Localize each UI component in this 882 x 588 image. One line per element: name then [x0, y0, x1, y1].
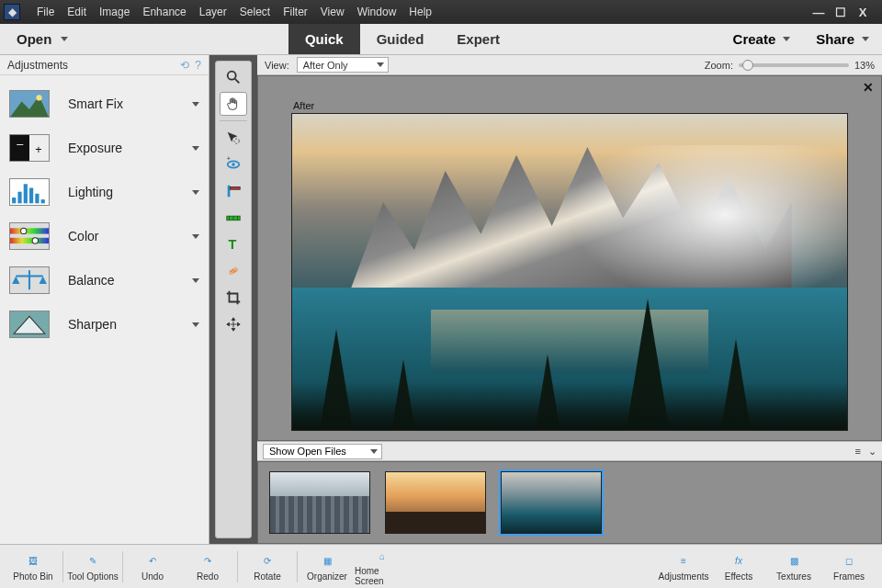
view-label: View:: [265, 60, 289, 71]
app-icon: ◆: [0, 0, 24, 24]
help-icon[interactable]: ?: [195, 59, 201, 72]
sharpen-icon: [9, 311, 50, 338]
viewbar: View: After Only Zoom: 13%: [257, 55, 882, 75]
minimize-button[interactable]: —: [812, 6, 825, 19]
share-button[interactable]: Share: [803, 31, 882, 47]
zoom-slider[interactable]: [739, 63, 849, 67]
open-label: Open: [17, 31, 51, 47]
svg-point-2: [36, 96, 41, 101]
chevron-down-icon: [862, 37, 869, 41]
menu-enhance[interactable]: Enhance: [142, 6, 186, 18]
svg-rect-15: [10, 238, 49, 243]
create-button[interactable]: Create: [720, 31, 804, 47]
rotate-button[interactable]: ⟳Rotate: [240, 547, 295, 587]
bin-collapse-icon[interactable]: ⌄: [868, 446, 876, 458]
after-label: After: [291, 100, 848, 111]
svg-point-27: [232, 163, 235, 166]
tab-quick[interactable]: Quick: [288, 24, 360, 54]
bin-thumb-1[interactable]: [269, 471, 370, 534]
text-tool[interactable]: T: [220, 232, 247, 256]
sliders-icon: ≡: [673, 552, 694, 571]
hand-tool[interactable]: [220, 92, 247, 116]
bin-thumb-2[interactable]: [385, 471, 486, 534]
svg-rect-11: [29, 188, 33, 204]
tab-guided[interactable]: Guided: [360, 24, 441, 54]
view-dropdown[interactable]: After Only: [297, 57, 389, 73]
redo-button[interactable]: ↷Redo: [180, 547, 235, 587]
svg-text:T: T: [229, 237, 237, 252]
svg-rect-37: [228, 266, 239, 276]
zoom-label: Zoom:: [705, 60, 733, 71]
bin-dropdown[interactable]: Show Open Files: [263, 444, 382, 459]
effects-button[interactable]: fxEffects: [711, 547, 766, 587]
bin-menu-icon[interactable]: ≡: [855, 446, 861, 458]
undo-icon: ↶: [142, 552, 163, 571]
menu-filter[interactable]: Filter: [283, 6, 308, 18]
textures-button[interactable]: ▩Textures: [766, 547, 821, 587]
frames-icon: ◻: [839, 552, 859, 571]
close-button[interactable]: X: [856, 6, 869, 19]
menu-edit[interactable]: Edit: [67, 6, 86, 18]
svg-text:–: –: [17, 138, 23, 151]
close-document-button[interactable]: ✕: [863, 80, 874, 95]
tool-options-button[interactable]: ✎Tool Options: [65, 547, 120, 587]
crop-tool[interactable]: [220, 286, 247, 310]
chevron-down-icon: [377, 62, 384, 67]
toolbox: + T: [215, 61, 252, 538]
chevron-down-icon: [61, 37, 68, 41]
menu-help[interactable]: Help: [409, 6, 432, 18]
bin-thumb-3[interactable]: [501, 471, 602, 534]
svg-text:+: +: [35, 143, 41, 156]
tab-expert[interactable]: Expert: [440, 24, 516, 54]
smart-fix-icon: [9, 90, 50, 118]
undo-button[interactable]: ↶Undo: [125, 547, 180, 587]
chevron-down-icon: [192, 190, 199, 195]
whiten-tool[interactable]: [220, 179, 247, 203]
reset-icon[interactable]: ⟲: [180, 59, 189, 72]
svg-point-23: [228, 72, 236, 80]
redo-icon: ↷: [198, 552, 218, 571]
organizer-button[interactable]: ▦Organizer: [300, 547, 355, 587]
menu-window[interactable]: Window: [357, 6, 397, 18]
adjustments-button[interactable]: ≡Adjustments: [656, 547, 711, 587]
image-wrap: After: [291, 100, 848, 431]
adjustments-list: Smart Fix –+ Exposure Lighting Color Bal…: [0, 75, 209, 353]
adj-lighting[interactable]: Lighting: [9, 178, 199, 206]
adj-balance[interactable]: Balance: [9, 266, 199, 294]
maximize-button[interactable]: ☐: [834, 6, 847, 19]
menu-image[interactable]: Image: [99, 6, 130, 18]
quick-select-tool[interactable]: [220, 126, 247, 150]
lighting-icon: [9, 178, 50, 206]
adj-smart-fix[interactable]: Smart Fix: [9, 90, 199, 118]
actionbar: Open Quick Guided Expert Create Share: [0, 24, 882, 55]
document-canvas[interactable]: [291, 113, 848, 431]
adj-exposure[interactable]: –+ Exposure: [9, 134, 199, 162]
menu-file[interactable]: File: [37, 6, 54, 18]
chevron-down-icon: [192, 234, 199, 239]
home-icon: ⌂: [372, 547, 392, 565]
open-button[interactable]: Open: [0, 24, 85, 54]
slider-knob[interactable]: [742, 60, 753, 71]
menu-layer[interactable]: Layer: [199, 6, 227, 18]
menu-view[interactable]: View: [321, 6, 345, 18]
heal-tool[interactable]: [220, 259, 247, 283]
adj-color[interactable]: Color: [9, 222, 199, 250]
redeye-tool[interactable]: +: [220, 153, 247, 176]
chevron-down-icon: [783, 37, 790, 41]
adj-sharpen[interactable]: Sharpen: [9, 311, 199, 338]
workspace: Adjustments ⟲ ? Smart Fix –+ Exposure Li…: [0, 55, 882, 544]
rotate-icon: ⟳: [257, 552, 277, 571]
fx-icon: fx: [729, 552, 749, 571]
menu-select[interactable]: Select: [240, 6, 270, 18]
frames-button[interactable]: ◻Frames: [821, 547, 876, 587]
home-button[interactable]: ⌂Home Screen: [355, 547, 410, 587]
exposure-icon: –+: [9, 134, 50, 162]
adjustments-panel: Adjustments ⟲ ? Smart Fix –+ Exposure Li…: [0, 55, 209, 544]
straighten-tool[interactable]: [220, 206, 247, 230]
adj-label: Smart Fix: [68, 96, 123, 111]
adjustments-title: Adjustments: [7, 59, 68, 72]
zoom-tool[interactable]: [220, 65, 247, 89]
photo-bin-button[interactable]: 🖼Photo Bin: [6, 547, 61, 587]
adj-label: Balance: [68, 273, 115, 288]
move-tool[interactable]: [220, 312, 247, 336]
